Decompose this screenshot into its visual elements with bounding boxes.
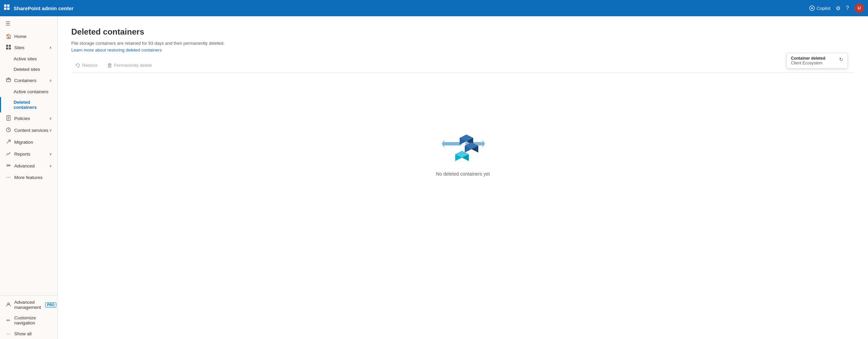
content-services-chevron: ∨ [49,128,52,133]
user-avatar[interactable]: U [854,3,864,13]
sidebar-group-containers[interactable]: Containers ∧ [0,75,57,86]
containers-chevron: ∧ [49,78,52,83]
learn-more-link[interactable]: Learn more about restoring deleted conta… [71,47,162,53]
svg-rect-2 [4,7,6,10]
svg-rect-6 [9,45,11,47]
notification-tooltip: Container deleted Client Ecosystem ↻ [787,53,848,68]
topbar: ​ SharePoint admin center Copilot ⚙ ? U [0,0,868,16]
svg-rect-19 [108,64,111,67]
restore-button[interactable]: Restore [71,61,102,70]
content-services-icon [5,127,12,134]
sidebar-item-show-all[interactable]: ··· Show all [0,328,57,339]
customize-nav-icon: ✏ [5,318,12,323]
sites-icon [5,44,12,51]
advanced-management-icon [5,302,12,308]
sidebar-item-advanced[interactable]: Advanced ∨ [0,160,57,172]
empty-illustration [441,127,485,164]
notification-title: Container deleted [791,56,836,61]
sidebar-item-reports[interactable]: Reports ∨ [0,148,57,160]
apps-icon[interactable]: ​ [4,4,10,12]
containers-icon [5,77,12,84]
policies-icon [5,115,12,122]
migration-icon [5,139,12,145]
svg-point-16 [9,165,10,166]
help-icon[interactable]: ? [846,5,849,11]
svg-rect-5 [6,45,8,47]
sidebar-group-sites[interactable]: Sites ∧ [0,42,57,54]
more-features-icon: ⋯ [5,175,12,180]
empty-state: No deleted containers yet [71,127,854,177]
notification-subtitle: Client Ecosystem [791,61,836,65]
topbar-left: ​ SharePoint admin center [4,4,74,12]
settings-icon[interactable]: ⚙ [836,5,841,12]
svg-rect-7 [6,47,8,49]
copilot-button[interactable]: Copilot [809,5,830,11]
svg-rect-8 [9,47,11,49]
sidebar-item-active-containers[interactable]: Active containers [0,86,57,97]
sidebar-item-active-sites[interactable]: Active sites [0,54,57,64]
sites-chevron: ∧ [49,45,52,50]
main-layout: ☰ 🏠 Home Sites ∧ Active [0,16,868,339]
notification-refresh-icon[interactable]: ↻ [839,57,843,62]
sidebar-toggle[interactable]: ☰ [0,16,57,31]
svg-marker-25 [482,140,485,147]
svg-rect-0 [4,4,6,7]
svg-point-15 [7,165,8,166]
sidebar-item-home[interactable]: 🏠 Home [0,31,57,42]
show-all-icon: ··· [5,331,12,336]
svg-marker-24 [442,140,444,147]
page-title: Deleted containers [71,27,854,37]
advanced-icon [5,163,12,169]
svg-rect-22 [444,142,461,145]
sidebar-item-content-services[interactable]: Content services ∨ [0,124,57,136]
sidebar-item-deleted-sites[interactable]: Deleted sites [0,64,57,75]
sidebar-item-deleted-containers[interactable]: Deleted containers [0,97,57,113]
sidebar-bottom: Advanced management PRO ✏ Customize navi… [0,295,57,339]
topbar-right: Copilot ⚙ ? U [809,3,864,13]
svg-rect-1 [7,4,10,7]
content-area: Deleted containers File storage containe… [58,16,868,339]
home-icon: 🏠 [5,34,12,39]
sidebar-item-more-features[interactable]: ⋯ More features [0,172,57,183]
policies-chevron: ∨ [49,116,52,121]
svg-rect-9 [6,79,11,82]
notification-content: Container deleted Client Ecosystem [791,56,836,65]
info-text: File storage containers are retained for… [71,41,854,46]
permanently-delete-button[interactable]: Permanently delete [103,61,156,70]
reports-icon [5,151,12,157]
sidebar-item-migration[interactable]: Migration [0,136,57,148]
topbar-title: SharePoint admin center [14,5,74,11]
advanced-chevron: ∨ [49,164,52,168]
sidebar-item-advanced-management[interactable]: Advanced management PRO [0,297,57,313]
reports-chevron: ∨ [49,152,52,156]
sidebar-item-customize-navigation[interactable]: ✏ Customize navigation [0,313,57,328]
toolbar: Restore Permanently delete [71,61,854,73]
sidebar-item-policies[interactable]: Policies ∨ [0,113,57,124]
sidebar: ☰ 🏠 Home Sites ∧ Active [0,16,58,339]
empty-state-text: No deleted containers yet [436,171,490,177]
svg-rect-3 [7,7,10,10]
pro-badge: PRO [45,302,57,307]
